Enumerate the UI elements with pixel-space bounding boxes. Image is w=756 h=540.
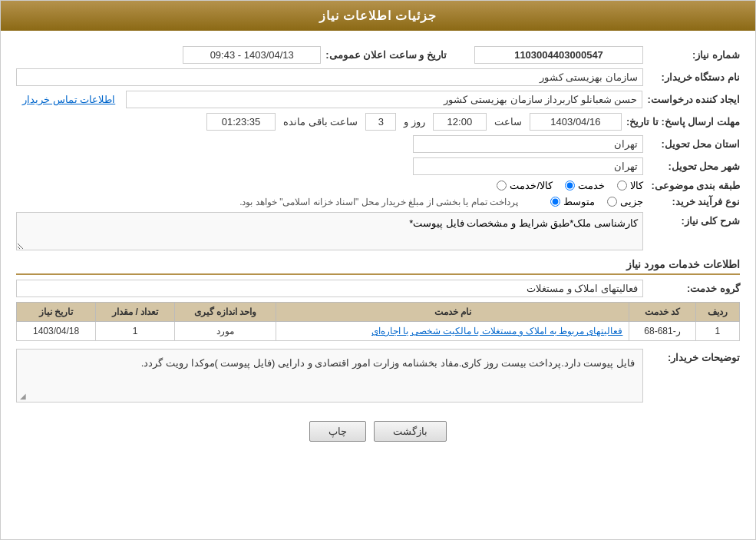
table-row: 1 ر-681-68 فعالیتهای مربوط به املاک و مس… — [17, 322, 740, 341]
day-label: روز و — [401, 116, 428, 128]
process-note: پرداخت تمام یا بخشی از مبلغ خریدار محل "… — [16, 197, 518, 207]
button-row: چاپ بازگشت — [16, 421, 740, 442]
back-button[interactable]: بازگشت — [374, 421, 447, 442]
time-value: 12:00 — [433, 113, 487, 131]
process-option-jozi[interactable]: جزیی — [607, 196, 643, 207]
creator-label: ایجاد کننده درخواست: — [647, 94, 740, 105]
remaining-label: ساعت باقی مانده — [280, 116, 361, 128]
page-header: جزئیات اطلاعات نیاز — [1, 1, 755, 31]
process-radio-group: متوسط جزیی — [550, 196, 643, 207]
description-textarea[interactable] — [16, 212, 643, 250]
process-radio-jozi[interactable] — [607, 197, 617, 207]
process-radio-motovaset[interactable] — [550, 197, 560, 207]
service-group-value: فعالیتهای املاک و مستغلات — [16, 280, 643, 297]
category-label: طبقه بندی موضوعی: — [648, 180, 740, 191]
buyer-notes-text: فایل پیوست دارد.پرداخت بیست روز کاری.مفا… — [141, 357, 635, 369]
service-group-label: گروه خدمت: — [648, 283, 740, 294]
page-title: جزئیات اطلاعات نیاز — [319, 9, 437, 22]
col-header-unit: واحد اندازه گیری — [175, 303, 276, 322]
org-label: نام دستگاه خریدار: — [648, 71, 740, 83]
cell-quantity: 1 — [96, 322, 175, 341]
day-value: 3 — [365, 113, 396, 131]
org-value: سازمان بهزیستی کشور — [16, 68, 643, 86]
province-value: تهران — [413, 135, 643, 153]
col-header-service-name: نام خدمت — [276, 303, 629, 322]
category-radio-kala[interactable] — [617, 181, 627, 190]
col-header-quantity: تعداد / مقدار — [96, 303, 175, 322]
category-option-khedmat[interactable]: خدمت — [565, 180, 605, 191]
creator-contact-link[interactable]: اطلاعات تماس خریدار — [16, 94, 121, 105]
date-label: مهلت ارسال پاسخ: تا تاریخ: — [626, 116, 740, 128]
category-option-kala[interactable]: کالا — [617, 180, 643, 191]
service-table: ردیف کد خدمت نام خدمت واحد اندازه گیری ت… — [16, 302, 740, 341]
date-value: 1403/04/16 — [530, 113, 622, 131]
time-label: ساعت — [491, 116, 525, 128]
process-label: نوع فرآیند خرید: — [648, 196, 740, 207]
cell-service-code: ر-681-68 — [629, 322, 695, 341]
city-value: تهران — [413, 157, 643, 175]
col-header-service-code: کد خدمت — [629, 303, 695, 322]
buyer-notes-label: توضیحات خریدار: — [648, 349, 740, 363]
services-section-title: اطلاعات خدمات مورد نیاز — [16, 258, 740, 275]
category-khedmat-label: خدمت — [578, 180, 605, 191]
announce-date-label: تاریخ و ساعت اعلان عمومی: — [325, 49, 447, 61]
city-label: شهر محل تحویل: — [648, 161, 740, 172]
process-jozi-label: جزیی — [620, 196, 643, 207]
category-kala-label: کالا — [630, 180, 643, 191]
category-radio-kala-khedmat[interactable] — [497, 181, 507, 190]
cell-service-name[interactable]: فعالیتهای مربوط به املاک و مستغلات با ما… — [276, 322, 629, 341]
buyer-notes-box: فایل پیوست دارد.پرداخت بیست روز کاری.مفا… — [16, 349, 643, 403]
resize-handle: ◢ — [20, 392, 26, 400]
col-header-need-date: تاریخ نیاز — [17, 303, 96, 322]
category-kala-khedmat-label: کالا/خدمت — [510, 180, 553, 191]
process-option-motovaset[interactable]: متوسط — [550, 196, 595, 207]
province-label: استان محل تحویل: — [648, 138, 740, 150]
remaining-value: 01:23:35 — [206, 113, 276, 131]
process-motovaset-label: متوسط — [563, 196, 595, 207]
category-radio-group: کالا/خدمت خدمت کالا — [497, 180, 643, 191]
creator-value: حسن شعبانلو کاربرداز سازمان بهزیستی کشور — [126, 91, 642, 108]
col-header-row-num: ردیف — [695, 303, 739, 322]
cell-unit: مورد — [175, 322, 276, 341]
need-number-value: 1103004403000547 — [474, 46, 643, 64]
cell-row-num: 1 — [695, 322, 739, 341]
description-label: شرح کلی نیاز: — [648, 212, 740, 227]
need-number-label: شماره نیاز: — [648, 49, 740, 61]
category-radio-khedmat[interactable] — [565, 181, 575, 190]
cell-need-date: 1403/04/18 — [17, 322, 96, 341]
print-button[interactable]: چاپ — [309, 421, 366, 442]
category-option-kala-khedmat[interactable]: کالا/خدمت — [497, 180, 553, 191]
announce-date-value: 1403/04/13 - 09:43 — [183, 46, 321, 64]
